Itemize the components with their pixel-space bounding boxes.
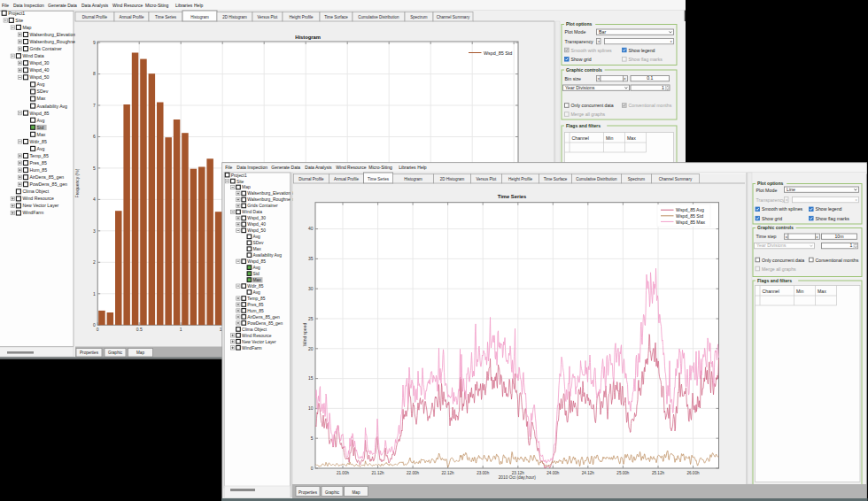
- svg-text:25: 25: [308, 316, 314, 321]
- svg-text:Bin size: Bin size: [565, 76, 582, 81]
- svg-text:Wind Resource: Wind Resource: [22, 196, 54, 201]
- svg-text:Bar: Bar: [599, 29, 606, 35]
- svg-text:File: File: [2, 3, 9, 8]
- svg-text:Annual Profile: Annual Profile: [334, 177, 360, 181]
- svg-text:2010 Oct (day,hour): 2010 Oct (day,hour): [499, 475, 537, 480]
- svg-text:26.00h: 26.00h: [686, 471, 699, 475]
- svg-text:Grids Container: Grids Container: [247, 204, 278, 208]
- svg-text:1: 1: [850, 243, 853, 248]
- svg-text:Time Series: Time Series: [498, 194, 526, 199]
- svg-text:PowDens_85_gen: PowDens_85_gen: [247, 321, 283, 326]
- svg-text:Wind Resource: Wind Resource: [242, 334, 272, 338]
- svg-text:Plot options: Plot options: [757, 181, 784, 186]
- svg-text:Time step: Time step: [756, 234, 777, 239]
- svg-text:PowDens_85_gen: PowDens_85_gen: [30, 181, 68, 187]
- svg-text:Data Inspection: Data Inspection: [13, 3, 44, 8]
- svg-text:Micro-Siting: Micro-Siting: [145, 3, 169, 8]
- svg-text:Wspd_85: Wspd_85: [247, 259, 266, 264]
- svg-text:Clima Object: Clima Object: [22, 189, 49, 194]
- svg-text:Map: Map: [242, 185, 251, 189]
- svg-text:Flags and filters: Flags and filters: [757, 278, 792, 283]
- svg-text:WindFarm: WindFarm: [22, 210, 43, 215]
- svg-text:1: 1: [180, 327, 182, 332]
- svg-text:21.12h: 21.12h: [372, 471, 384, 475]
- svg-text:22.00h: 22.00h: [407, 471, 419, 475]
- svg-text:Show legend: Show legend: [629, 48, 655, 53]
- svg-text:Avg: Avg: [253, 266, 261, 270]
- svg-text:Wspd_40: Wspd_40: [30, 67, 50, 73]
- svg-text:Transparency: Transparency: [565, 39, 594, 44]
- svg-text:0: 0: [97, 327, 99, 332]
- svg-text:Pres_85: Pres_85: [30, 160, 47, 166]
- svg-text:Availability Avg: Availability Avg: [37, 104, 68, 109]
- svg-text:Map: Map: [136, 351, 144, 355]
- svg-text:24.00h: 24.00h: [546, 471, 559, 475]
- svg-text:1: 1: [93, 291, 96, 297]
- svg-text:SDev: SDev: [253, 241, 265, 245]
- svg-text:Wspd_50: Wspd_50: [30, 74, 50, 80]
- svg-text:Walsenburg_ElevationMa: Walsenburg_ElevationMa: [247, 191, 297, 196]
- svg-text:Data Analysis: Data Analysis: [81, 3, 109, 8]
- svg-text:Avg: Avg: [253, 235, 261, 239]
- svg-text:Histogram: Histogram: [295, 35, 321, 40]
- svg-text:Wind speed: Wind speed: [302, 323, 307, 347]
- svg-text:Show flag marks: Show flag marks: [816, 216, 850, 221]
- svg-text:Show grid: Show grid: [571, 57, 592, 62]
- svg-text:Conventional months: Conventional months: [816, 258, 859, 263]
- svg-text:2D Histogram: 2D Histogram: [222, 15, 247, 19]
- svg-text:23.00h: 23.00h: [477, 471, 489, 475]
- svg-text:Transparency: Transparency: [756, 197, 786, 203]
- svg-text:Pres_85: Pres_85: [247, 303, 263, 307]
- svg-text:Time Series: Time Series: [155, 15, 177, 19]
- svg-text:Histogram: Histogram: [190, 15, 209, 19]
- svg-text:Channel Summary: Channel Summary: [437, 15, 470, 19]
- svg-text:File: File: [225, 165, 232, 170]
- svg-text:10: 10: [308, 405, 314, 411]
- svg-text:▸: ▸: [817, 235, 818, 239]
- svg-text:Only concurrent data: Only concurrent data: [762, 258, 804, 263]
- svg-text:30: 30: [308, 286, 314, 291]
- svg-text:Wdir_85: Wdir_85: [247, 284, 263, 289]
- svg-text:Micro-Siting: Micro-Siting: [368, 165, 392, 170]
- svg-text:Smooth with splines: Smooth with splines: [762, 206, 803, 212]
- svg-text:Wind Data: Wind Data: [242, 210, 262, 214]
- svg-text:25.00h: 25.00h: [616, 471, 629, 475]
- svg-text:Graphic controls: Graphic controls: [566, 67, 602, 73]
- svg-text:Smooth with splines: Smooth with splines: [571, 48, 613, 53]
- svg-text:Avg: Avg: [37, 118, 45, 123]
- svg-text:▸: ▸: [856, 197, 857, 202]
- svg-text:Wdir_85: Wdir_85: [30, 139, 47, 144]
- svg-text:◂: ◂: [786, 197, 787, 202]
- svg-text:6: 6: [93, 134, 96, 139]
- svg-text:Graphic: Graphic: [108, 351, 123, 355]
- svg-text:0: 0: [93, 322, 96, 328]
- svg-text:0.1: 0.1: [647, 75, 653, 81]
- svg-text:Temp_85: Temp_85: [30, 153, 49, 158]
- svg-text:Spectrum: Spectrum: [410, 15, 428, 19]
- svg-text:Graphic controls: Graphic controls: [757, 225, 794, 230]
- svg-text:Wspd_40: Wspd_40: [247, 222, 266, 227]
- svg-text:Max: Max: [37, 96, 46, 101]
- svg-text:Help: Help: [417, 165, 427, 170]
- svg-text:Frequency (%): Frequency (%): [74, 168, 80, 197]
- svg-text:Availability Avg: Availability Avg: [253, 253, 283, 258]
- svg-text:Show legend: Show legend: [816, 206, 842, 212]
- svg-text:Walsenburg_ElevationMa: Walsenburg_ElevationMa: [30, 32, 82, 37]
- svg-text:◂: ◂: [598, 39, 600, 43]
- svg-text:Libraries: Libraries: [399, 165, 416, 170]
- svg-text:Avg: Avg: [37, 81, 45, 87]
- svg-text:Map: Map: [353, 490, 360, 495]
- svg-text:Properties: Properties: [298, 490, 318, 495]
- svg-text:Max: Max: [253, 278, 262, 282]
- svg-text:Wspd_85 Max: Wspd_85 Max: [676, 220, 706, 225]
- svg-text:Time Surface: Time Surface: [324, 15, 348, 19]
- svg-text:Max: Max: [627, 135, 636, 141]
- svg-text:Line: Line: [787, 187, 795, 192]
- svg-text:5: 5: [311, 435, 314, 441]
- svg-text:40: 40: [308, 226, 314, 231]
- svg-text:Clima Object: Clima Object: [242, 328, 267, 332]
- svg-text:AirDens_85_gen: AirDens_85_gen: [247, 315, 280, 320]
- svg-text:Conventional months: Conventional months: [629, 103, 672, 108]
- svg-text:New Vector Layer: New Vector Layer: [242, 340, 276, 344]
- svg-text:Flags and filters: Flags and filters: [566, 123, 601, 128]
